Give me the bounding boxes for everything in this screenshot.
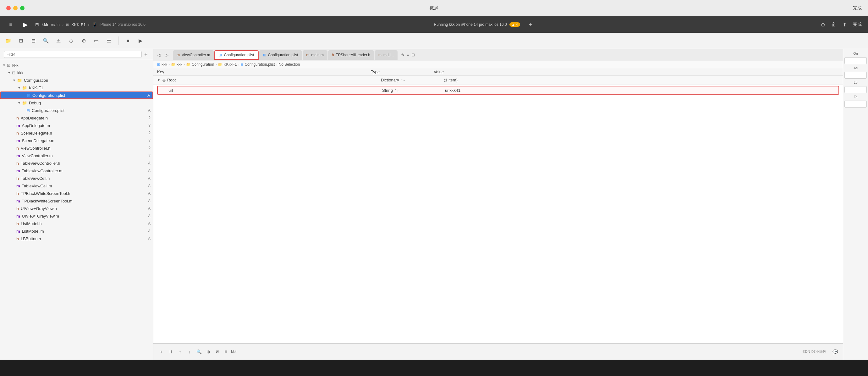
- right-panel-ac-field[interactable]: [844, 72, 867, 79]
- tab-tpshare[interactable]: h TPShareAllHeader.h: [328, 50, 374, 60]
- prev-button[interactable]: ↑: [177, 349, 183, 355]
- tree-item-6[interactable]: ▶⊞Configuration.plistA: [0, 107, 153, 114]
- tree-item-13[interactable]: ▶hTableViewController.hA: [0, 160, 153, 167]
- tab-align-icon[interactable]: ≡: [407, 53, 409, 57]
- type-arrows-url[interactable]: ⌃⌄: [394, 89, 399, 92]
- title-bar-done[interactable]: 完成: [853, 5, 862, 11]
- play-icon[interactable]: ▶: [137, 38, 144, 44]
- tree-chevron-0[interactable]: ▼: [2, 63, 6, 67]
- tree-label-18: TPBlackWhiteScreenTool.m: [22, 199, 148, 203]
- grid-icon[interactable]: ⊞: [18, 38, 24, 44]
- plist-row-root[interactable]: ▼ ⊕ Root Dictionary ⌃⌄ (1 item): [153, 76, 843, 85]
- tree-item-19[interactable]: ▶hUIView+GrayView.hA: [0, 205, 153, 212]
- tree-chevron-3[interactable]: ▼: [18, 86, 21, 90]
- type-arrows-root[interactable]: ⌃⌄: [400, 78, 405, 82]
- tab-forward-button[interactable]: ▷: [163, 52, 170, 58]
- right-panel-ta: Ta: [844, 95, 867, 99]
- close-button[interactable]: [6, 6, 11, 10]
- tab-main-m[interactable]: m main.m: [303, 50, 328, 60]
- tab-viewcontroller-m[interactable]: m ViewController.m: [173, 50, 214, 60]
- rect-icon[interactable]: ▭: [93, 38, 99, 44]
- hierarchy-icon[interactable]: ⊟: [30, 38, 36, 44]
- sidebar-add-button[interactable]: +: [144, 52, 149, 57]
- stop-button[interactable]: ■: [6, 20, 15, 29]
- tab-configuration-plist-2[interactable]: ⊞ Configuration.plist: [259, 50, 302, 60]
- minimize-button[interactable]: [13, 6, 18, 10]
- tree-chevron-1[interactable]: ▼: [7, 71, 11, 75]
- search-icon[interactable]: 🔍: [43, 38, 49, 44]
- filter-input[interactable]: [4, 51, 142, 58]
- share-icon[interactable]: ⬆: [842, 22, 847, 28]
- tree-item-0[interactable]: ▼⊡kkk: [0, 61, 153, 69]
- tree-item-2[interactable]: ▼📁Configuration: [0, 77, 153, 84]
- tab-icon-main-m: m: [306, 53, 310, 57]
- breadcrumb-label-4[interactable]: Configuration.plist: [245, 62, 275, 67]
- done-btn[interactable]: 完成: [853, 22, 862, 27]
- tree-chevron-5[interactable]: ▼: [18, 101, 21, 105]
- xcode-toolbar: ■ ▶ ⊞ kkk main › ⊞ KKK-F1 › 📱 iPhone 14 …: [0, 16, 868, 33]
- trash-icon[interactable]: 🗑: [831, 22, 836, 27]
- tree-item-11[interactable]: ▶hViewController.h?: [0, 144, 153, 152]
- tree-file-icon-2: 📁: [17, 78, 22, 83]
- plist-row-url[interactable]: url String ⌃⌄ urlkkk-f1: [157, 86, 839, 95]
- tab-back-button[interactable]: ◁: [156, 52, 162, 58]
- breadcrumb-item-0[interactable]: ⊞: [157, 62, 160, 67]
- add-tab-icon[interactable]: +: [529, 21, 533, 28]
- run-button[interactable]: ▶: [20, 20, 30, 30]
- tab-label-1: Configuration.plist: [224, 53, 254, 57]
- tree-item-15[interactable]: ▶hTableViewCell.hA: [0, 174, 153, 182]
- tree-item-21[interactable]: ▶hListModel.hA: [0, 220, 153, 227]
- next-button[interactable]: ↓: [187, 349, 192, 355]
- tree-item-4[interactable]: ▶⊞Configuration.plistA: [0, 91, 153, 99]
- tree-badge-15: A: [148, 176, 151, 180]
- breadcrumb-label-2[interactable]: Configuration: [192, 62, 214, 67]
- right-panel-ta-field[interactable]: [844, 100, 867, 108]
- pin-icon[interactable]: ⊕: [81, 38, 87, 44]
- person-icon[interactable]: ⊙: [821, 22, 825, 28]
- row-chevron-root[interactable]: ▼: [157, 78, 160, 82]
- maximize-button[interactable]: [20, 6, 25, 10]
- tab-icon-plist-2: ⊞: [263, 53, 266, 57]
- tree-item-5[interactable]: ▼📁Debug: [0, 99, 153, 107]
- project-info: ⊞ kkk main › ⊞ KKK-F1 › 📱 iPhone 14 pro …: [35, 22, 146, 27]
- right-panel-on-field[interactable]: [844, 57, 867, 64]
- tree-item-8[interactable]: ▶mAppDelegate.m?: [0, 122, 153, 129]
- tree-label-10: SceneDelegate.m: [22, 138, 149, 143]
- tree-item-23[interactable]: ▶hLBButton.hA: [0, 235, 153, 242]
- add-item-button[interactable]: +: [158, 349, 164, 355]
- stop-square-icon[interactable]: ■: [125, 38, 131, 44]
- diamond-icon[interactable]: ◇: [68, 38, 74, 44]
- tree-item-20[interactable]: ▶mUIView+GrayView.mA: [0, 212, 153, 220]
- tree-item-1[interactable]: ▼⊡kkk: [0, 69, 153, 77]
- tree-item-3[interactable]: ▼📁KKK-F1: [0, 84, 153, 91]
- tree-chevron-2[interactable]: ▼: [12, 79, 16, 82]
- chat-icon[interactable]: 💬: [832, 349, 838, 355]
- tree-item-12[interactable]: ▶mViewController.m?: [0, 152, 153, 160]
- folder-icon[interactable]: 📁: [5, 38, 11, 44]
- tree-item-22[interactable]: ▶mListModel.mA: [0, 227, 153, 235]
- breadcrumb-label-3[interactable]: KKK-F1: [223, 62, 237, 67]
- tree-item-7[interactable]: ▶hAppDelegate.h?: [0, 114, 153, 122]
- pause-button[interactable]: ⏸: [168, 349, 174, 355]
- tree-item-17[interactable]: ▶hTPBlackWhiteScreenTool.hA: [0, 190, 153, 197]
- tab-layout-icon[interactable]: ⊟: [411, 53, 415, 57]
- tab-m-li[interactable]: m m Li...: [375, 50, 398, 60]
- tree-item-14[interactable]: ▶mTableViewController.mA: [0, 167, 153, 174]
- more-button[interactable]: ⊕: [206, 349, 211, 355]
- warning-icon[interactable]: ⚠: [55, 38, 62, 44]
- right-panel-lo-field[interactable]: [844, 86, 867, 93]
- tree-item-18[interactable]: ▶mTPBlackWhiteScreenTool.mA: [0, 197, 153, 205]
- filter-button[interactable]: 🔍: [196, 349, 202, 355]
- tree-file-icon-16: m: [16, 183, 20, 188]
- tree-item-9[interactable]: ▶hSceneDelegate.h?: [0, 129, 153, 137]
- list-icon[interactable]: ☰: [105, 38, 112, 44]
- tree-item-16[interactable]: ▶mTableViewCell.mA: [0, 182, 153, 190]
- tab-configuration-plist-active[interactable]: ⊞ Configuration.plist: [214, 50, 258, 60]
- row-plus-root[interactable]: ⊕: [162, 78, 166, 83]
- breadcrumb-label-0[interactable]: kkk: [161, 62, 167, 67]
- send-button[interactable]: ✉: [215, 349, 221, 355]
- breadcrumb-label-1[interactable]: kkk: [177, 62, 182, 67]
- tree-badge-23: A: [148, 236, 151, 241]
- tab-sync-icon[interactable]: ⟲: [401, 53, 404, 57]
- tree-item-10[interactable]: ▶mSceneDelegate.m?: [0, 137, 153, 144]
